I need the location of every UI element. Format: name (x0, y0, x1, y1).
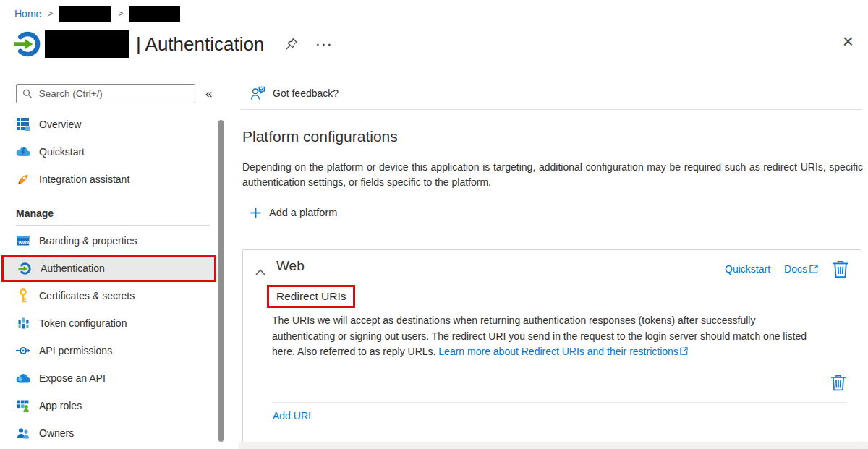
external-link-icon (680, 347, 688, 355)
sidebar-item-api-permissions[interactable]: API permissions (0, 337, 217, 364)
add-platform-label: Add a platform (269, 207, 337, 218)
close-icon[interactable]: × (843, 32, 854, 51)
redacted-breadcrumb-item[interactable] (59, 6, 111, 22)
platform-configurations-description: Depending on the platform or device this… (242, 160, 863, 190)
sidebar-item-token-configuration[interactable]: Token configuration (0, 309, 217, 337)
search-icon (22, 88, 33, 99)
sidebar-item-quickstart[interactable]: Quickstart (0, 138, 217, 166)
sidebar-scrollbar[interactable] (218, 120, 224, 442)
api-arrow-icon (16, 343, 30, 358)
chevron-right-icon: > (48, 9, 53, 19)
learn-more-link[interactable]: Learn more about Redirect URIs and their… (438, 346, 678, 357)
key-icon (16, 288, 30, 303)
page-bottom-strip (239, 442, 868, 449)
redacted-app-name (45, 30, 129, 58)
sidebar-item-label: Integration assistant (39, 174, 129, 185)
add-uri-link[interactable]: Add URI (273, 410, 311, 422)
plus-icon (250, 208, 261, 218)
feedback-person-icon (250, 86, 265, 101)
cloud-lightning-icon (16, 145, 30, 159)
trash-icon (830, 374, 846, 391)
delete-platform-button[interactable] (832, 260, 849, 278)
app-auth-icon (17, 261, 32, 275)
toolbar-divider (240, 109, 862, 110)
sidebar-item-label: Expose an API (39, 372, 106, 384)
trash-icon (832, 260, 849, 278)
page-title: | Authentication (136, 33, 264, 56)
rocket-icon (16, 172, 30, 187)
sidebar-item-label: Quickstart (39, 146, 85, 158)
token-bars-icon (16, 316, 30, 330)
search-input-wrapper (16, 84, 195, 103)
got-feedback-label: Got feedback? (273, 87, 339, 99)
collapse-sidebar-icon[interactable]: « (205, 87, 212, 101)
breadcrumb: Home > > (14, 6, 180, 22)
delete-uri-button[interactable] (830, 374, 848, 393)
sidebar-search-row: « (16, 84, 212, 103)
sidebar-nav-manage: www Branding & properties Authentication (0, 227, 217, 447)
more-options-icon[interactable]: ··· (316, 38, 333, 51)
got-feedback-button[interactable]: Got feedback? (250, 86, 339, 101)
svg-text:www: www (18, 240, 30, 245)
chevron-right-icon: > (118, 9, 123, 19)
add-platform-button[interactable]: Add a platform (250, 207, 337, 218)
sidebar-section-manage: Manage (16, 203, 54, 223)
grid-icon (16, 117, 30, 132)
people-icon (16, 426, 30, 440)
docs-link[interactable]: Docs (784, 263, 818, 275)
sidebar-item-integration-assistant[interactable]: Integration assistant (0, 166, 217, 193)
sidebar-item-label: API permissions (39, 345, 112, 356)
sidebar-item-label: Branding & properties (39, 235, 137, 247)
quickstart-link[interactable]: Quickstart (725, 263, 770, 275)
search-input[interactable] (38, 87, 189, 100)
sidebar-item-label: Overview (39, 119, 81, 130)
platform-configurations-heading: Platform configurations (242, 128, 398, 145)
web-platform-card: Web Quickstart Docs Redirect (242, 249, 861, 442)
sidebar-item-label: Certificates & secrets (39, 290, 135, 302)
sidebar-item-owners[interactable]: Owners (0, 419, 217, 447)
sidebar-item-label: Token configuration (39, 317, 127, 329)
uri-row-divider (272, 402, 848, 403)
chevron-up-icon[interactable] (255, 265, 265, 278)
cloud-icon (16, 371, 30, 385)
breadcrumb-home-link[interactable]: Home (14, 8, 41, 20)
sidebar-item-label: Owners (39, 427, 74, 439)
sidebar-item-label: App roles (39, 400, 82, 411)
redirect-uris-description: The URIs we will accept as destinations … (272, 313, 820, 360)
sidebar-item-expose-api[interactable]: Expose an API (0, 364, 217, 392)
redirect-uris-heading: Redirect URIs (267, 285, 355, 308)
sidebar-item-certificates[interactable]: Certificates & secrets (0, 282, 217, 309)
browser-www-icon: www (16, 234, 30, 248)
web-card-title: Web (276, 258, 305, 274)
docs-link-label: Docs (784, 263, 807, 275)
page-header: | Authentication ··· (13, 30, 333, 59)
sidebar-item-branding[interactable]: www Branding & properties (0, 227, 217, 255)
external-link-icon (809, 265, 818, 273)
sidebar-nav-general: Overview Quickstart Integration assistan… (0, 111, 217, 193)
sidebar-item-overview[interactable]: Overview (0, 111, 217, 138)
app-registration-icon (13, 30, 42, 59)
sidebar-item-authentication[interactable]: Authentication (1, 255, 216, 282)
web-card-actions: Quickstart Docs (725, 260, 849, 278)
sidebar-item-app-roles[interactable]: App roles (0, 392, 217, 419)
grid-person-icon (16, 398, 30, 413)
section-divider (16, 225, 210, 226)
pin-icon[interactable] (284, 37, 299, 51)
sidebar-item-label: Authentication (41, 262, 105, 274)
redacted-breadcrumb-item[interactable] (129, 6, 180, 22)
app-window: Home > > | Authentication ··· × (0, 0, 868, 449)
